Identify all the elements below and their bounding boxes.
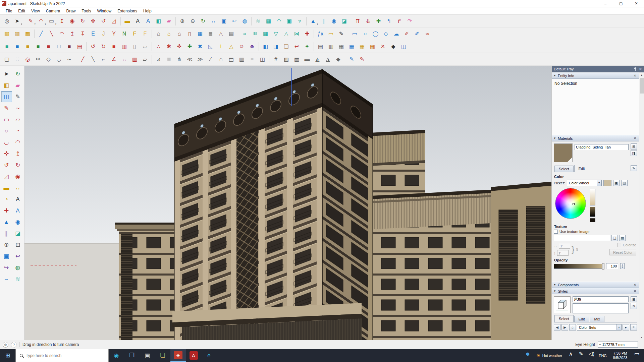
lower-tool-icon[interactable]: ↧ [78,29,88,39]
draft-plane-icon[interactable]: ▱ [140,54,150,64]
stop-tool-icon[interactable]: ■ [109,42,119,51]
push-pull-icon[interactable]: ↥ [12,148,23,159]
opacity-input[interactable] [606,263,618,269]
show-desktop-button[interactable] [642,349,644,362]
draft-angle-icon[interactable]: ∠ [109,54,119,64]
note-tool-icon[interactable]: ▭ [326,29,336,39]
material-preview-swatch[interactable] [554,143,573,162]
draft-stairs-icon[interactable]: ≡ [247,54,257,64]
style-collection-dropdown[interactable]: Color Sets ▼ [577,324,622,330]
curve-tool-a-icon[interactable]: ↰ [384,16,394,26]
axes-icon[interactable]: ✚ [1,205,12,216]
rotated-rectangle-icon[interactable]: ▱ [12,114,23,125]
sample-paint-button[interactable]: ✎ [631,165,637,171]
styles-tab-select[interactable]: Select [554,315,574,322]
grid-orange-icon[interactable]: ▦ [368,42,377,51]
paint-bucket-icon[interactable]: ◧ [1,80,12,91]
chevron-up-icon[interactable]: ∧ [566,349,576,359]
box-side-icon[interactable]: ▩ [23,29,33,39]
value-slider-light[interactable] [590,189,595,205]
orbit-wheel-icon[interactable]: ◍ [12,262,23,273]
match-color-screen-button[interactable]: ▤ [621,180,628,186]
zoom-out-icon[interactable]: ⊖ [188,16,198,26]
materials-tab-select[interactable]: Select [554,166,574,172]
material-white-icon[interactable]: □ [54,42,64,51]
circle-icon[interactable]: ○ [1,125,12,136]
draft-pyramid-icon[interactable]: ◮ [323,54,333,64]
select-icon[interactable]: ➤ [1,68,12,79]
text-icon[interactable]: A [12,194,23,205]
pan-icon[interactable]: ⇔ [1,274,12,285]
draft-ruler-icon[interactable]: ▬ [302,54,312,64]
tape-measure-icon[interactable]: ▬ [122,16,132,26]
pie-icon[interactable]: ◔ [12,125,23,136]
search-input[interactable] [26,353,93,358]
shape-polygon-icon[interactable]: ◇ [381,29,391,39]
material-green-icon[interactable]: ■ [33,42,43,51]
shape-circle-icon[interactable]: ○ [360,29,370,39]
draft-rows-icon[interactable]: ≣ [164,54,174,64]
collapse-arrow-icon[interactable]: ▼ [553,283,556,286]
styles-tab-edit[interactable]: Edit [574,316,589,322]
speaker-icon[interactable]: ◁) [587,349,596,359]
eye-height-input[interactable] [598,342,638,348]
warning-tool-icon[interactable]: △ [226,42,236,51]
paint-bucket-icon[interactable]: ◧ [154,16,163,26]
marker-red-icon[interactable]: ✐ [402,29,412,39]
edit-texture-button[interactable]: ▦ [619,235,626,241]
entity-info-close-icon[interactable]: ✕ [633,74,637,77]
terrain-drape-icon[interactable]: ▽ [271,29,281,39]
position-camera-icon[interactable]: ▲▾ [308,16,318,26]
material-teal-icon[interactable]: ■ [2,42,12,51]
media-app-icon[interactable]: ▣ [140,349,155,362]
sandbox-scratch-icon[interactable]: ▦ [264,16,273,26]
menu-help[interactable]: Help [140,8,155,14]
reset-color-button[interactable]: Reset Color [609,249,636,255]
draft-slope-icon[interactable]: ∕ [206,54,215,64]
roof-tool-icon[interactable]: △ [216,29,226,39]
isometric-box-icon[interactable]: ▧ [2,29,12,39]
draft-angle-left-icon[interactable]: ≪ [185,54,195,64]
collapse-arrow-icon[interactable]: ▼ [553,290,556,293]
in-model-styles-button[interactable]: ⌂ [569,324,576,330]
cube-tool-icon[interactable]: ◫ [399,42,409,51]
browse-texture-button[interactable]: ❏ [611,235,618,241]
draft-diamond-icon[interactable]: ◆ [333,54,343,64]
face-tool-icon[interactable]: ☺ [237,42,247,51]
rotate-left-icon[interactable]: ↺ [88,42,98,51]
contact-icon[interactable]: ☻ [523,349,533,359]
material-maroon-icon[interactable]: ■ [64,42,74,51]
folder-tool-icon[interactable]: ❏ [281,42,291,51]
dimension-icon[interactable]: ↔ [12,182,23,193]
eraser-icon[interactable]: ▰ [12,80,23,91]
house-outline-icon[interactable]: ⌂ [154,29,163,39]
weld-tool-icon[interactable]: ∞ [423,29,432,39]
menu-window[interactable]: Window [94,8,115,14]
create-style-button[interactable]: ⊞ [631,296,637,302]
door-tool-icon[interactable]: ▯ [185,29,195,39]
task-view-icon[interactable]: ❐ [124,349,140,362]
collapse-arrow-icon[interactable]: ▼ [553,74,556,77]
style-description-box[interactable] [573,303,629,313]
tool-y-icon[interactable]: Y [109,29,119,39]
shape-rect-icon[interactable]: ▭ [350,29,360,39]
aspect-lock-icon[interactable]: ∞ [575,248,580,251]
materials-close-icon[interactable]: ✕ [633,136,637,140]
draft-dimension-icon[interactable]: ↔ [119,54,129,64]
follow-me-icon[interactable]: ↻ [78,16,88,26]
scrollbar-thumb[interactable] [640,78,644,94]
two-point-arc-icon[interactable]: ◠ [12,137,23,148]
tape-measure-icon[interactable]: ▬ [1,182,12,193]
color-wheel[interactable] [555,188,586,219]
plane-back-icon[interactable]: ◨ [271,42,281,51]
window-tool-icon[interactable]: ▦ [195,29,205,39]
menu-draw[interactable]: Draw [63,8,79,14]
back-button[interactable]: ◀ [554,324,560,330]
grid-blue-icon[interactable]: ▦ [347,42,357,51]
draft-prism-icon[interactable]: ◭ [313,54,322,64]
components-header[interactable]: ▼ Components ✕ [552,282,639,288]
section-plane-icon[interactable]: ◪ [339,16,349,26]
raise-tool-icon[interactable]: ↥ [67,29,77,39]
triangle-tool-icon[interactable]: ◺ [206,42,215,51]
grid-yellow-icon[interactable]: ▦ [357,42,367,51]
